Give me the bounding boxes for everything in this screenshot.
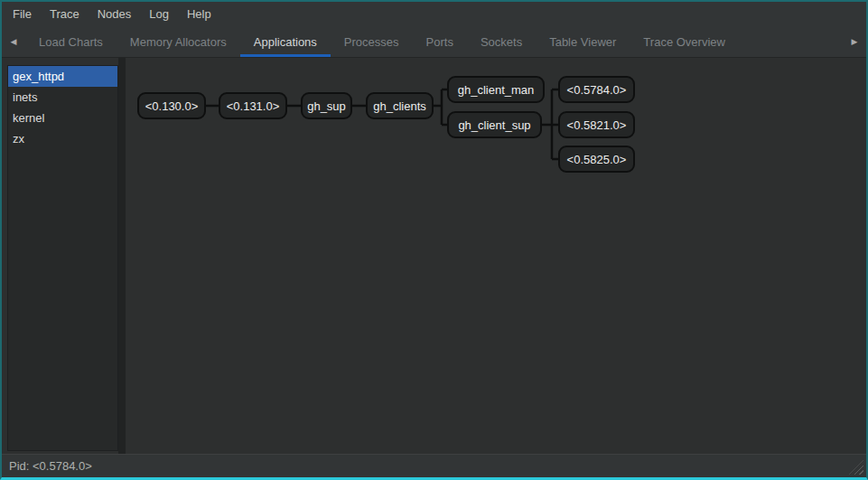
app-list-item-zx[interactable]: zx <box>8 128 117 149</box>
sidebar-splitter[interactable] <box>118 58 126 456</box>
chevron-right-icon: ▶ <box>852 37 858 46</box>
applications-list: gex_httpd inets kernel zx <box>7 65 118 451</box>
tab-scroll-right-button[interactable]: ▶ <box>843 26 866 57</box>
tab-ports[interactable]: Ports <box>413 26 467 57</box>
tab-load-charts[interactable]: Load Charts <box>25 26 117 57</box>
tab-memory-allocators[interactable]: Memory Allocators <box>117 26 240 57</box>
resize-grip[interactable] <box>849 460 863 475</box>
app-list-item-gex-httpd[interactable]: gex_httpd <box>8 66 117 87</box>
menu-bar: File Trace Nodes Log Help <box>2 2 866 26</box>
tab-trace-overview[interactable]: Trace Overview <box>630 26 739 57</box>
menu-item-help[interactable]: Help <box>187 7 211 21</box>
tree-node-pid-0-5825-0[interactable]: <0.5825.0> <box>558 146 635 173</box>
tree-node-gh-client-man[interactable]: gh_client_man <box>447 76 545 103</box>
status-pid-text: Pid: <0.5784.0> <box>9 459 92 473</box>
app-list-item-kernel[interactable]: kernel <box>8 108 117 128</box>
status-bar: Pid: <0.5784.0> <box>2 454 866 477</box>
tree-node-gh-client-sup[interactable]: gh_client_sup <box>447 111 542 138</box>
tab-sockets[interactable]: Sockets <box>467 26 536 57</box>
tree-connector-lines <box>2 2 868 480</box>
process-tree: <0.130.0> <0.131.0> gh_sup gh_clients gh… <box>2 2 868 480</box>
tree-node-gh-sup[interactable]: gh_sup <box>301 92 352 119</box>
tab-processes[interactable]: Processes <box>331 26 413 57</box>
app-list-item-inets[interactable]: inets <box>8 87 117 108</box>
tree-node-pid-0-5784-0[interactable]: <0.5784.0> <box>558 76 635 103</box>
tab-scroll-left-button[interactable]: ◀ <box>2 26 25 57</box>
chevron-left-icon: ◀ <box>11 37 17 46</box>
menu-item-nodes[interactable]: Nodes <box>98 7 132 21</box>
tree-node-pid-0-131-0[interactable]: <0.131.0> <box>219 92 287 119</box>
tree-node-pid-0-130-0[interactable]: <0.130.0> <box>137 92 206 119</box>
tab-applications[interactable]: Applications <box>240 26 331 57</box>
menu-item-log[interactable]: Log <box>149 7 169 21</box>
tree-node-pid-0-5821-0[interactable]: <0.5821.0> <box>558 111 635 138</box>
tab-bar: ◀ Load Charts Memory Allocators Applicat… <box>2 26 866 58</box>
tree-node-gh-clients[interactable]: gh_clients <box>366 92 434 119</box>
menu-item-file[interactable]: File <box>13 7 32 21</box>
tab-table-viewer[interactable]: Table Viewer <box>536 26 630 57</box>
observer-window: File Trace Nodes Log Help ◀ Load Charts … <box>0 0 868 480</box>
menu-item-trace[interactable]: Trace <box>50 7 79 21</box>
